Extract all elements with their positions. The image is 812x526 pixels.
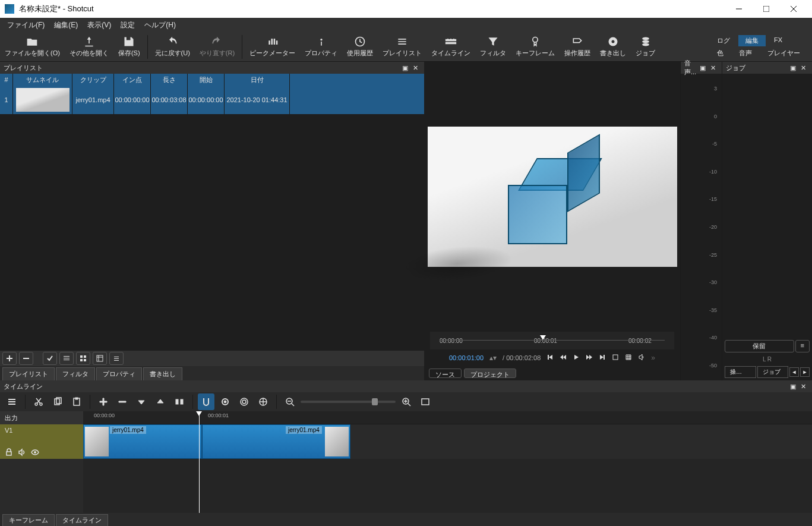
undock-icon[interactable]: ▣ — [788, 64, 798, 72]
zoom-icon[interactable] — [612, 354, 619, 363]
tab-filter[interactable]: フィルタ — [56, 367, 95, 380]
tab-timeline[interactable]: タイムライン — [56, 514, 108, 526]
menu-settings[interactable]: 設定 — [116, 18, 140, 32]
ops-tab[interactable]: 操… — [725, 366, 756, 378]
append-icon[interactable] — [95, 393, 112, 410]
tab-project[interactable]: プロジェクト — [464, 368, 516, 378]
zoom-fit-icon[interactable] — [417, 393, 434, 410]
hide-icon[interactable] — [31, 448, 39, 456]
play-icon[interactable] — [573, 354, 580, 363]
player-tab[interactable]: プレイヤー — [760, 48, 807, 59]
grid-icon[interactable] — [625, 354, 632, 363]
list-view-button[interactable] — [59, 352, 74, 365]
playlist-panel: プレイリスト ▣ ✕ # サムネイル クリップ イン点 長さ 開始 日付 1 j… — [0, 62, 424, 380]
close-icon[interactable]: ✕ — [798, 383, 808, 390]
close-icon[interactable]: ✕ — [410, 64, 421, 72]
playlist-row[interactable]: 1 jerry01.mp4 00:00:00:00 00:00:03:08 00… — [0, 86, 424, 114]
grid-view-button[interactable] — [76, 352, 90, 365]
undock-icon[interactable]: ▣ — [697, 64, 708, 72]
split-icon[interactable] — [171, 393, 188, 410]
ripple-icon[interactable] — [236, 393, 252, 410]
mute-icon[interactable] — [18, 448, 26, 456]
current-time[interactable]: 00:00:01:00 — [449, 354, 484, 361]
next-arrow-icon[interactable]: ► — [800, 367, 810, 377]
cut-icon[interactable] — [30, 393, 47, 410]
jobs-menu-icon[interactable]: ≡ — [795, 340, 810, 352]
open-file-button[interactable]: ファイルを開く(O) — [0, 33, 65, 61]
maximize-button[interactable] — [753, 0, 780, 18]
export-button[interactable]: 書き出し — [595, 33, 631, 61]
preview-scrubber[interactable]: 00:00:00 00:00:01 00:00:02 — [430, 332, 674, 349]
timeline-button[interactable]: タイムライン — [426, 33, 475, 61]
menu-icon[interactable] — [4, 393, 20, 410]
close-button[interactable] — [780, 0, 807, 18]
audio-tab[interactable]: 音声 — [732, 48, 759, 59]
undock-icon[interactable]: ▣ — [788, 383, 798, 390]
lr-label: L R — [725, 355, 810, 364]
playlist-button[interactable]: プレイリスト — [378, 33, 426, 61]
tab-property[interactable]: プロパティ — [96, 367, 142, 380]
save-button[interactable]: 保存(S) — [113, 33, 145, 61]
undo-button[interactable]: 元に戻す(U) — [150, 33, 195, 61]
menu-file[interactable]: ファイル(F) — [2, 18, 49, 32]
minimize-button[interactable] — [725, 0, 753, 18]
track-header-v1[interactable]: V1 — [0, 424, 83, 459]
rewind-icon[interactable] — [560, 354, 567, 363]
log-tab[interactable]: ログ — [710, 35, 737, 46]
filter-button[interactable]: フィルタ — [475, 33, 511, 61]
remove-icon[interactable] — [114, 393, 131, 410]
open-other-button[interactable]: その他を開く — [65, 33, 113, 61]
output-label[interactable]: 出力 — [0, 411, 83, 424]
detail-view-button[interactable] — [93, 352, 107, 365]
edit-tab[interactable]: 編集 — [738, 35, 766, 46]
lift-icon[interactable] — [133, 393, 150, 410]
operations-button[interactable]: 操作履歴 — [560, 33, 595, 61]
fx-tab[interactable]: FX — [767, 35, 789, 46]
check-button[interactable] — [43, 352, 57, 365]
tab-keyframe[interactable]: キーフレーム — [2, 514, 55, 526]
copy-icon[interactable] — [49, 393, 66, 410]
snap-icon[interactable] — [198, 393, 214, 410]
add-button[interactable] — [2, 352, 17, 365]
skip-start-icon[interactable] — [546, 354, 554, 363]
preview-panel: 00:00:00 00:00:01 00:00:02 00:00:01:00 ▴… — [424, 62, 812, 380]
timeline-tracks[interactable]: 00:00:00 00:00:01 jerry01.mp4 jerry01.mp… — [83, 411, 812, 513]
tab-playlist[interactable]: プレイリスト — [2, 367, 55, 380]
jobs-button[interactable]: ジョブ — [631, 33, 660, 61]
keyframe-button[interactable]: キーフレーム — [511, 33, 560, 61]
menu-button[interactable] — [109, 352, 124, 365]
volume-icon[interactable] — [638, 354, 645, 363]
scrub-icon[interactable] — [217, 393, 233, 410]
timeline-clip[interactable]: jerry01.mp4 — [202, 424, 350, 459]
close-icon[interactable]: ✕ — [798, 64, 808, 72]
color-tab[interactable]: 色 — [710, 48, 731, 59]
property-button[interactable]: プロパティ — [300, 33, 342, 61]
paste-icon[interactable] — [68, 393, 85, 410]
menu-edit[interactable]: 編集(E) — [49, 18, 83, 32]
redo-button[interactable]: やり直す(R) — [195, 33, 239, 61]
forward-icon[interactable] — [586, 354, 593, 363]
tab-source[interactable]: ソース — [429, 368, 462, 378]
timeline-ruler[interactable]: 00:00:00 00:00:01 — [83, 411, 812, 424]
peakmeter-button[interactable]: ピークメーター — [245, 33, 300, 61]
menu-view[interactable]: 表示(V) — [83, 18, 116, 32]
close-icon[interactable]: ✕ — [708, 64, 718, 72]
zoom-out-icon[interactable] — [282, 393, 298, 410]
remove-button[interactable] — [19, 352, 33, 365]
skip-end-icon[interactable] — [599, 354, 606, 363]
hold-button[interactable]: 保留 — [725, 340, 794, 352]
zoom-in-icon[interactable] — [398, 393, 415, 410]
preview-viewport[interactable] — [424, 62, 680, 332]
history-button[interactable]: 使用履歴 — [342, 33, 378, 61]
lock-icon[interactable] — [5, 448, 13, 456]
undock-icon[interactable]: ▣ — [400, 64, 410, 72]
prev-arrow-icon[interactable]: ◄ — [789, 367, 799, 377]
zoom-slider[interactable] — [301, 401, 396, 403]
overwrite-icon[interactable] — [152, 393, 169, 410]
tab-export[interactable]: 書き出し — [143, 367, 182, 380]
menu-help[interactable]: ヘルプ(H) — [140, 18, 181, 32]
timeline-clip[interactable]: jerry01.mp4 — [83, 424, 202, 459]
ripple-all-icon[interactable] — [255, 393, 271, 410]
jobs-tab[interactable]: ジョブ — [757, 366, 789, 378]
playhead[interactable] — [199, 411, 200, 513]
